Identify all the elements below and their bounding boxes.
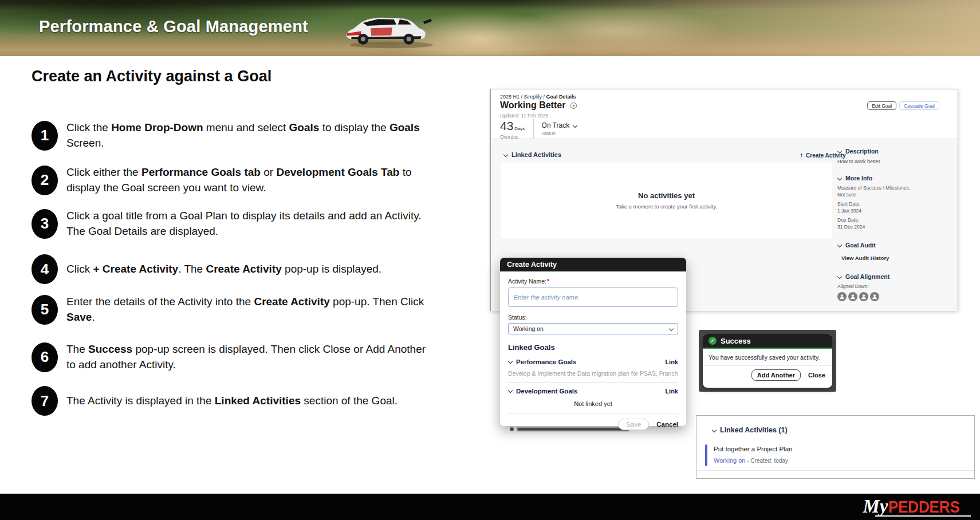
popup-footer: Save Cancel — [508, 419, 678, 430]
goal-title-row: Working Better — [500, 100, 577, 111]
edit-goal-button[interactable]: Edit Goal — [867, 101, 896, 110]
performance-link-button[interactable]: Link — [665, 359, 678, 365]
activity-list-item[interactable]: Put together a Project Plan Working on -… — [705, 444, 792, 466]
more-info-section-header[interactable]: More Info — [837, 175, 952, 182]
status-select[interactable]: Working on — [508, 323, 678, 334]
save-button[interactable]: Save — [618, 419, 649, 430]
no-activities-card: No activities yet Take a moment to creat… — [501, 163, 832, 238]
empty-state-subtitle: Take a moment to create your first activ… — [616, 203, 717, 210]
step-row: 4Click + Create Activity. The Create Act… — [32, 254, 432, 284]
success-check-icon: ✓ — [709, 337, 717, 345]
step-number-badge: 6 — [32, 342, 58, 372]
measure-label: Measure of Success / Milestones: — [837, 185, 952, 191]
development-link-button[interactable]: Link — [665, 388, 678, 395]
goal-metrics: 43Days Overdue On Track Status — [500, 119, 581, 140]
activity-created: - Created: today — [745, 458, 788, 464]
goal-audit-section-header[interactable]: Goal Audit — [837, 242, 952, 249]
goal-updated-text: Updated: 11 Feb 2025 — [500, 113, 548, 119]
add-another-button[interactable]: Add Another — [751, 369, 801, 381]
development-goals-header[interactable]: Development Goals — [516, 388, 577, 395]
create-activity-popup: Create Activity Activity Name:* Enter th… — [500, 258, 686, 426]
step-row: 1Click the Home Drop-Down menu and selec… — [32, 120, 432, 151]
logo-brand-text: PEDDERS — [888, 497, 960, 517]
goal-action-buttons: Edit Goal Cascade Goal — [867, 101, 939, 110]
step-row: 5Enter the details of the Activity into … — [32, 294, 432, 325]
person-avatar-icon — [848, 292, 857, 301]
required-asterisk: * — [547, 278, 549, 285]
activity-name-label: Activity Name:* — [508, 278, 678, 285]
step-text: Click + Create Activity. The Create Acti… — [66, 262, 432, 277]
step-text: Enter the details of the Activity into t… — [66, 294, 432, 325]
status-metric: On Track Status — [542, 119, 581, 140]
empty-state-title: No activities yet — [638, 191, 695, 200]
chevron-down-icon — [837, 149, 842, 153]
step-text: The Success pop-up screen is displayed. … — [66, 342, 432, 372]
status-label: Status — [542, 131, 581, 136]
step-number-badge: 2 — [32, 166, 58, 195]
linked-activities-panel: Linked Activities (1) Put together a Pro… — [696, 415, 975, 479]
breadcrumb-path[interactable]: 2025 H1 / Simplify / — [500, 94, 546, 100]
goal-title: Working Better — [500, 100, 565, 111]
step-number-badge: 4 — [32, 254, 58, 284]
success-popup-screenshot: ✓ Success You have successfully saved yo… — [699, 330, 836, 392]
goal-alignment-section-header[interactable]: Goal Alignment — [837, 273, 952, 280]
breadcrumb: 2025 H1 / Simplify / Goal Details — [500, 94, 576, 100]
banner: Performance & Goal Management — [0, 0, 980, 56]
mypedders-logo: My PEDDERS — [863, 496, 970, 517]
chevron-down-icon — [837, 274, 842, 279]
cancel-button[interactable]: Cancel — [656, 421, 678, 428]
activity-name-input[interactable]: Enter the activity name. — [508, 287, 678, 307]
step-text: The Activity is displayed in the Linked … — [66, 393, 432, 409]
close-button[interactable]: Close — [808, 372, 825, 379]
step-number-badge: 5 — [32, 295, 58, 325]
breadcrumb-current: Goal Details — [546, 94, 576, 100]
divider — [508, 413, 678, 413]
input-placeholder: Enter the activity name. — [514, 294, 580, 301]
status-field-label: Status: — [508, 314, 678, 321]
person-avatar-icon — [870, 292, 879, 301]
success-title: Success — [721, 337, 751, 345]
step-number-badge: 7 — [32, 386, 58, 416]
linked-activities-section-header[interactable]: Linked Activities — [503, 151, 561, 158]
activity-title: Put together a Project Plan — [714, 444, 792, 452]
days-overdue-metric: 43Days Overdue — [500, 119, 525, 140]
goal-status-dropdown[interactable]: On Track — [542, 119, 581, 129]
step-row: 2Click either the Performance Goals tab … — [32, 165, 432, 195]
metric-divider — [533, 119, 534, 140]
due-date-value: 31 Dec 2024 — [837, 224, 952, 230]
step-number-badge: 1 — [32, 121, 58, 151]
linked-activities-count-header[interactable]: Linked Activities (1) — [712, 426, 788, 434]
footer-bar: My PEDDERS — [0, 494, 980, 520]
linked-goals-header: Linked Goals — [508, 343, 678, 352]
step-text: Click a goal title from a Goal Plan to d… — [66, 208, 432, 239]
description-text: How to work better — [837, 159, 952, 164]
view-audit-history-link[interactable]: View Audit History — [841, 255, 952, 261]
description-section-header[interactable]: Description — [837, 148, 952, 155]
activity-status: Working on — [714, 457, 745, 464]
not-linked-text: Not linked yet — [508, 400, 678, 407]
chevron-down-icon — [837, 176, 842, 180]
chevron-down-icon — [669, 326, 674, 331]
divider — [508, 382, 678, 383]
due-date-label: Due Date: — [837, 217, 952, 223]
dust-cloud — [395, 0, 733, 56]
success-message: You have successfully saved your activit… — [703, 349, 832, 366]
aligned-avatars — [837, 292, 952, 301]
development-goals-row: Development Goals Link — [508, 388, 678, 395]
step-text: Click the Home Drop-Down menu and select… — [66, 120, 432, 151]
days-unit-label: Days — [514, 126, 525, 131]
person-avatar-icon — [837, 292, 847, 301]
start-date-label: Start Date: — [837, 201, 952, 207]
logo-my-text: My — [863, 496, 888, 517]
performance-goals-header[interactable]: Performance Goals — [516, 359, 576, 365]
divider — [697, 470, 974, 471]
aligned-down-label: Aligned Down: — [837, 283, 952, 289]
start-date-value: 1 Jan 2024 — [837, 208, 952, 214]
days-overdue-value: 43 — [500, 119, 513, 132]
chevron-down-icon — [837, 243, 842, 247]
step-row: 3Click a goal title from a Goal Plan to … — [32, 208, 432, 239]
success-popup: ✓ Success You have successfully saved yo… — [703, 334, 832, 388]
plus-icon: + — [800, 151, 804, 159]
cascade-goal-button[interactable]: Cascade Goal — [899, 101, 939, 110]
success-footer: Add Another Close — [703, 366, 832, 381]
